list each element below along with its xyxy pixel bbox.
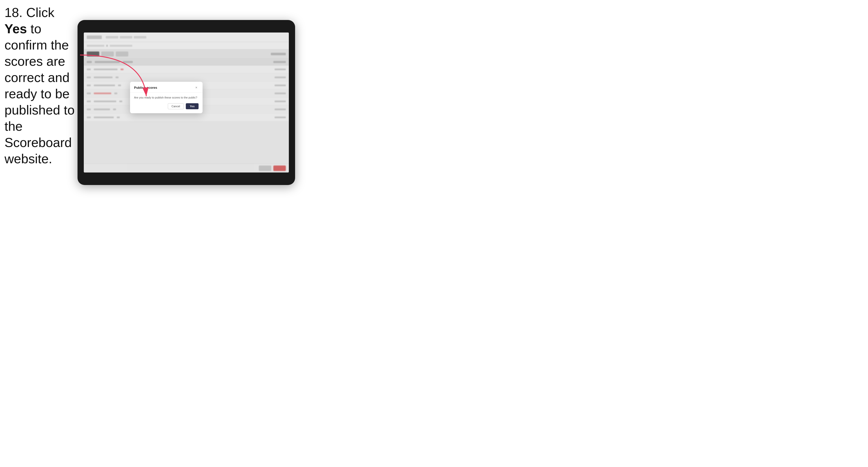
yes-emphasis: Yes (4, 22, 27, 36)
instruction-suffix: to confirm the scores are correct and re… (4, 22, 74, 166)
publish-scores-dialog: Publish scores × Are you ready to publis… (130, 82, 203, 113)
instruction-text: 18. Click Yes to confirm the scores are … (4, 4, 77, 167)
modal-header: Publish scores × (130, 82, 203, 93)
step-number: 18. (4, 5, 23, 20)
modal-message: Are you ready to publish these scores to… (134, 95, 198, 100)
cancel-button[interactable]: Cancel (168, 103, 184, 109)
yes-button[interactable]: Yes (186, 103, 198, 109)
modal-title: Publish scores (134, 86, 157, 90)
tablet-frame: Publish scores × Are you ready to publis… (78, 20, 295, 185)
modal-close-button[interactable]: × (194, 85, 198, 90)
instruction-prefix: Click (23, 5, 54, 20)
tablet-screen: Publish scores × Are you ready to publis… (84, 32, 289, 173)
modal-overlay: Publish scores × Are you ready to publis… (84, 32, 289, 173)
modal-actions: Cancel Yes (134, 103, 198, 109)
modal-body: Are you ready to publish these scores to… (130, 93, 203, 113)
